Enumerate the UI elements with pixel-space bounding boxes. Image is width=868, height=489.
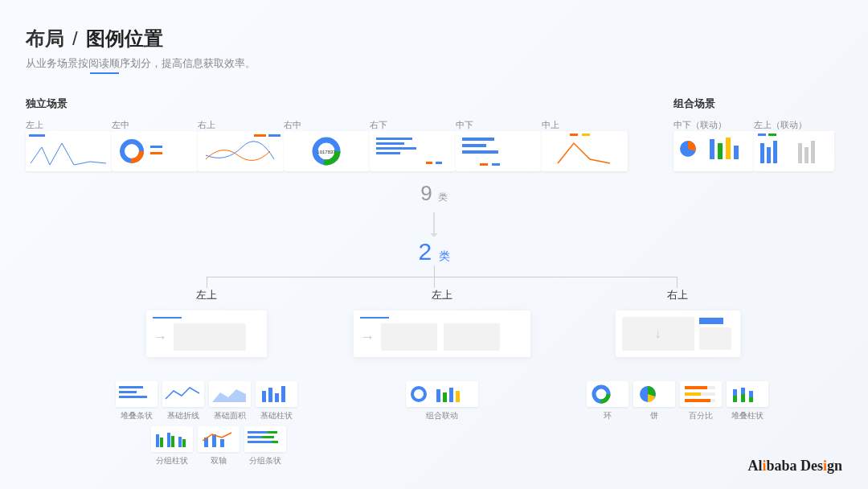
svg-rect-69 bbox=[685, 392, 701, 396]
svg-rect-29 bbox=[768, 134, 776, 136]
svg-rect-11 bbox=[376, 142, 404, 145]
mini-label: 堆叠柱状 bbox=[731, 410, 764, 421]
svg-rect-34 bbox=[805, 147, 809, 163]
mini-chart bbox=[198, 426, 240, 452]
count-2: 2 类 bbox=[26, 238, 842, 265]
svg-rect-62 bbox=[456, 391, 460, 402]
svg-rect-13 bbox=[376, 152, 400, 154]
svg-rect-45 bbox=[167, 433, 170, 447]
svg-rect-47 bbox=[178, 437, 182, 447]
mini-label: 百分比 bbox=[689, 410, 713, 421]
header-prefix: 布局 bbox=[26, 26, 64, 51]
svg-rect-10 bbox=[376, 138, 412, 140]
svg-rect-19 bbox=[480, 163, 488, 166]
svg-rect-61 bbox=[449, 388, 453, 402]
svg-rect-60 bbox=[443, 392, 447, 402]
header-slash: / bbox=[72, 27, 78, 50]
mini-chart bbox=[116, 381, 158, 407]
svg-rect-77 bbox=[749, 397, 753, 402]
mini-label: 双轴 bbox=[211, 455, 227, 466]
mini-label: 基础柱状 bbox=[260, 410, 293, 421]
mini-chart bbox=[633, 381, 675, 407]
mini-label: 基础折线 bbox=[167, 410, 199, 421]
svg-rect-22 bbox=[582, 134, 590, 136]
mini-chart bbox=[151, 426, 193, 452]
svg-rect-20 bbox=[492, 163, 500, 166]
mini-label: 分组条状 bbox=[249, 455, 281, 466]
scene-combined-title: 组合场景 bbox=[674, 97, 842, 111]
pos-label: 右上 bbox=[198, 119, 284, 131]
svg-rect-33 bbox=[798, 143, 802, 163]
svg-rect-32 bbox=[773, 141, 777, 163]
mini-chart bbox=[680, 381, 722, 407]
pos-label: 中上 bbox=[542, 119, 628, 131]
svg-rect-53 bbox=[268, 431, 277, 434]
svg-rect-42 bbox=[281, 386, 285, 402]
mini-chart bbox=[244, 426, 286, 452]
mini-label: 堆叠条状 bbox=[121, 410, 153, 421]
mini-label: 环 bbox=[604, 410, 612, 421]
svg-rect-75 bbox=[741, 394, 745, 402]
svg-rect-50 bbox=[212, 434, 216, 447]
mini-label: 分组柱状 bbox=[156, 455, 188, 466]
mini-label: 饼 bbox=[650, 410, 658, 421]
chart-thumb: 1017837 bbox=[284, 131, 370, 171]
svg-rect-30 bbox=[760, 143, 764, 163]
arrow-down-icon bbox=[433, 212, 435, 236]
branch-label: 左上 bbox=[196, 288, 217, 302]
svg-rect-52 bbox=[248, 431, 268, 434]
branch-label: 左上 bbox=[432, 288, 452, 302]
mini-label: 组合联动 bbox=[426, 410, 458, 421]
svg-rect-56 bbox=[248, 441, 272, 443]
underline-accent bbox=[90, 72, 119, 74]
layout-card: ↓ bbox=[616, 310, 740, 357]
arrow-right-icon: → bbox=[360, 329, 375, 346]
mini-chart bbox=[162, 381, 204, 407]
layout-card: → bbox=[354, 310, 530, 357]
svg-rect-59 bbox=[436, 389, 440, 402]
svg-rect-28 bbox=[758, 134, 766, 136]
chart-thumb bbox=[674, 131, 754, 171]
header-title: 图例位置 bbox=[86, 26, 163, 51]
svg-rect-67 bbox=[685, 386, 707, 389]
svg-rect-18 bbox=[462, 150, 498, 154]
svg-rect-44 bbox=[160, 438, 163, 447]
mini-chart bbox=[727, 381, 768, 407]
svg-point-58 bbox=[412, 388, 425, 401]
mini-chart bbox=[209, 381, 251, 407]
pos-label: 右下 bbox=[370, 119, 456, 131]
pos-label: 左上 bbox=[26, 119, 112, 131]
chart-thumb bbox=[456, 131, 542, 171]
chart-thumb bbox=[370, 131, 456, 171]
chart-thumb bbox=[754, 131, 834, 171]
mini-label: 基础面积 bbox=[214, 410, 246, 421]
svg-rect-39 bbox=[262, 391, 266, 402]
arrow-down-icon: ↓ bbox=[655, 327, 661, 341]
svg-rect-40 bbox=[268, 388, 272, 402]
svg-rect-14 bbox=[426, 162, 432, 164]
svg-rect-38 bbox=[119, 396, 147, 398]
svg-rect-43 bbox=[156, 434, 159, 447]
svg-rect-37 bbox=[119, 391, 137, 393]
svg-rect-25 bbox=[718, 143, 723, 159]
svg-text:1017837: 1017837 bbox=[317, 150, 336, 154]
arrow-right-icon: → bbox=[153, 329, 167, 346]
chart-thumb bbox=[542, 131, 628, 171]
chart-thumb bbox=[26, 131, 112, 171]
svg-rect-17 bbox=[462, 144, 486, 147]
svg-rect-48 bbox=[182, 439, 186, 447]
svg-rect-31 bbox=[767, 147, 771, 163]
mini-chart bbox=[587, 381, 628, 407]
mini-chart bbox=[406, 381, 478, 407]
svg-rect-4 bbox=[150, 152, 162, 154]
chart-thumb bbox=[112, 131, 198, 171]
svg-rect-57 bbox=[272, 441, 278, 443]
svg-rect-16 bbox=[462, 138, 494, 141]
svg-rect-36 bbox=[119, 386, 143, 388]
svg-rect-5 bbox=[254, 134, 266, 137]
mini-chart bbox=[256, 381, 297, 407]
svg-rect-27 bbox=[734, 146, 739, 159]
svg-rect-41 bbox=[275, 393, 279, 402]
pos-label: 中下 bbox=[456, 119, 542, 131]
svg-rect-3 bbox=[150, 146, 162, 148]
